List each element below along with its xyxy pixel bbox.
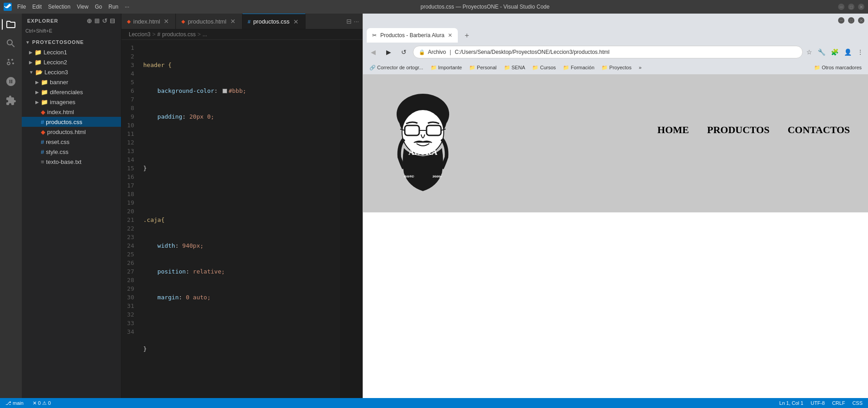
browser-page: ALURA ESTD 2020 HOME PRODUCTOS CONTACTOS bbox=[363, 74, 868, 398]
new-tab-button[interactable]: ＋ bbox=[460, 29, 474, 42]
menu-edit[interactable]: Edit bbox=[29, 3, 44, 11]
tab-productoscss[interactable]: # productos.css ✕ bbox=[242, 14, 305, 29]
sidebar-item-leccion1[interactable]: ▶ 📁 Leccion1 bbox=[22, 47, 121, 57]
tab-close-icon[interactable]: ✕ bbox=[229, 18, 237, 25]
nav-contactos[interactable]: CONTACTOS bbox=[788, 124, 850, 136]
sidebar-item-stylecss[interactable]: # style.css bbox=[22, 147, 121, 157]
activity-source-control[interactable] bbox=[2, 53, 20, 72]
bookmarks-bar: 🔗 Corrector de ortogr... 📁 Importante 📁 … bbox=[363, 61, 868, 74]
bookmark-corrector[interactable]: 🔗 Corrector de ortogr... bbox=[367, 64, 426, 72]
bookmark-star-icon[interactable]: ☆ bbox=[805, 48, 813, 57]
forward-button[interactable]: ▶ bbox=[382, 46, 395, 58]
status-cursor[interactable]: Ln 1, Col 1 bbox=[777, 400, 805, 406]
menu-view[interactable]: View bbox=[74, 3, 91, 11]
collapse-all-icon[interactable]: ⊟ bbox=[110, 17, 116, 24]
sidebar-item-textobase[interactable]: ≡ texto-base.txt bbox=[22, 157, 121, 167]
sidebar-item-banner[interactable]: ▶ 📁 banner bbox=[22, 77, 121, 87]
activity-explorer[interactable] bbox=[2, 15, 20, 34]
new-folder-icon[interactable]: ⊞ bbox=[94, 17, 100, 24]
menu-file[interactable]: File bbox=[15, 3, 29, 11]
sidebar-item-indexhtml[interactable]: ◆ index.html bbox=[22, 107, 121, 117]
sidebar-item-productoshtml[interactable]: ◆ productos.html bbox=[22, 127, 121, 137]
sidebar-item-diferenciales[interactable]: ▶ 📁 diferenciales bbox=[22, 87, 121, 97]
activity-search[interactable] bbox=[2, 34, 20, 53]
address-path[interactable]: C:/Users/Sena/Desktop/ProyectosONE/Lecci… bbox=[455, 49, 797, 55]
folder-label: Leccion1 bbox=[44, 49, 121, 56]
bookmark-others[interactable]: 📁 Otros marcadores bbox=[811, 64, 864, 72]
nav-home[interactable]: HOME bbox=[657, 124, 689, 136]
tab-indexhtml[interactable]: ◆ index.html ✕ bbox=[121, 14, 176, 29]
sidebar-item-leccion3[interactable]: ▼ 📂 Leccion3 bbox=[22, 67, 121, 77]
status-line-ending[interactable]: CRLF bbox=[830, 400, 847, 406]
file-label: productos.css bbox=[46, 119, 121, 125]
browser-tab-active[interactable]: ✂ Productos - Barbería Alura ✕ bbox=[367, 28, 458, 43]
bookmark-personal[interactable]: 📁 Personal bbox=[466, 64, 499, 72]
bookmark-importante[interactable]: 📁 Importante bbox=[428, 64, 465, 72]
barber-body bbox=[363, 212, 868, 398]
menu-go[interactable]: Go bbox=[92, 3, 105, 11]
token: } bbox=[143, 164, 147, 173]
code-editor[interactable]: 12345 678910 1112131415 1617181920 21222… bbox=[121, 40, 363, 398]
nav-productos[interactable]: PRODUCTOS bbox=[707, 124, 770, 136]
breadcrumb-leccion3[interactable]: Leccion3 bbox=[129, 31, 150, 38]
code-content[interactable]: header { background-color: #bbb; padding… bbox=[140, 40, 340, 398]
token bbox=[143, 241, 157, 250]
folder-arrow: ▼ bbox=[29, 70, 34, 75]
git-branch: main bbox=[13, 400, 24, 406]
txt-file-icon: ≡ bbox=[41, 158, 44, 165]
sidebar-item-productoscss[interactable]: # productos.css bbox=[22, 117, 121, 127]
activity-run-debug[interactable] bbox=[2, 72, 20, 91]
breadcrumb-file[interactable]: productos.css bbox=[162, 31, 196, 38]
bookmark-label: Proyectos bbox=[609, 65, 631, 70]
address-bar[interactable]: 🔒 Archivo | C:/Users/Sena/Desktop/Proyec… bbox=[413, 46, 803, 58]
project-root[interactable]: ▼ PROYECTOSOONE bbox=[22, 37, 121, 47]
code-line-9: position: relative; bbox=[143, 267, 340, 276]
status-git[interactable]: ⎇ main bbox=[4, 400, 25, 406]
extension-icon[interactable]: 🔧 bbox=[817, 48, 826, 57]
browser-restore[interactable]: □ bbox=[848, 17, 854, 24]
bookmark-formacion[interactable]: 📁 Formación bbox=[560, 64, 597, 72]
bookmark-proyectos[interactable]: 📁 Proyectos bbox=[599, 64, 634, 72]
close-button[interactable]: ✕ bbox=[858, 4, 864, 10]
more-tabs-icon[interactable]: ··· bbox=[354, 18, 359, 25]
status-language[interactable]: CSS bbox=[850, 400, 864, 406]
browser-tab-close-icon[interactable]: ✕ bbox=[448, 32, 452, 38]
tab-productoshtml[interactable]: ◆ productos.html ✕ bbox=[176, 14, 242, 29]
bookmark-icon: 📁 bbox=[563, 65, 569, 71]
tab-close-icon[interactable]: ✕ bbox=[163, 18, 170, 25]
menu-icon[interactable]: ⋮ bbox=[856, 48, 864, 57]
back-button[interactable]: ◀ bbox=[367, 46, 379, 58]
sidebar-item-leccion2[interactable]: ▶ 📁 Leccion2 bbox=[22, 57, 121, 67]
restore-button[interactable]: □ bbox=[848, 4, 854, 10]
breadcrumb-hash[interactable]: # bbox=[157, 31, 160, 38]
refresh-icon[interactable]: ↺ bbox=[102, 17, 108, 24]
bookmark-cursos[interactable]: 📁 Cursos bbox=[529, 64, 558, 72]
status-encoding[interactable]: UTF-8 bbox=[809, 400, 826, 406]
new-file-icon[interactable]: ⊕ bbox=[87, 17, 92, 24]
cursor-position: Ln 1, Col 1 bbox=[779, 400, 803, 406]
window-controls: ─ □ ✕ bbox=[838, 4, 864, 10]
project-label: PROYECTOSOONE bbox=[32, 39, 121, 45]
token: #bbb; bbox=[228, 86, 246, 95]
menu-more[interactable]: ··· bbox=[122, 3, 132, 11]
puzzle-icon[interactable]: 🧩 bbox=[830, 48, 839, 57]
folder-open-icon: 📂 bbox=[35, 69, 43, 76]
sidebar-item-imagenes[interactable]: ▶ 📁 imagenes bbox=[22, 97, 121, 107]
browser-close[interactable]: ✕ bbox=[858, 17, 864, 24]
tab-close-icon[interactable]: ✕ bbox=[292, 18, 300, 25]
css-file-icon: # bbox=[41, 119, 44, 125]
bookmark-sena[interactable]: 📁 SENA bbox=[501, 64, 528, 72]
activity-extensions[interactable] bbox=[2, 91, 20, 110]
sidebar-item-resetcss[interactable]: # reset.css bbox=[22, 137, 121, 147]
bookmark-more[interactable]: » bbox=[636, 64, 644, 71]
profile-icon[interactable]: 👤 bbox=[843, 48, 853, 57]
menu-selection[interactable]: Selection bbox=[45, 3, 73, 11]
menu-run[interactable]: Run bbox=[106, 3, 121, 11]
titlebar-menu: File Edit Selection View Go Run ··· bbox=[15, 3, 132, 11]
status-errors[interactable]: ✕ 0 ⚠ 0 bbox=[31, 400, 53, 406]
minimize-button[interactable]: ─ bbox=[838, 4, 844, 10]
reload-button[interactable]: ↺ bbox=[398, 46, 410, 58]
breadcrumb-more[interactable]: ... bbox=[203, 31, 207, 38]
browser-minimize[interactable]: ─ bbox=[838, 17, 844, 24]
split-editor-icon[interactable]: ⊟ bbox=[346, 18, 352, 25]
